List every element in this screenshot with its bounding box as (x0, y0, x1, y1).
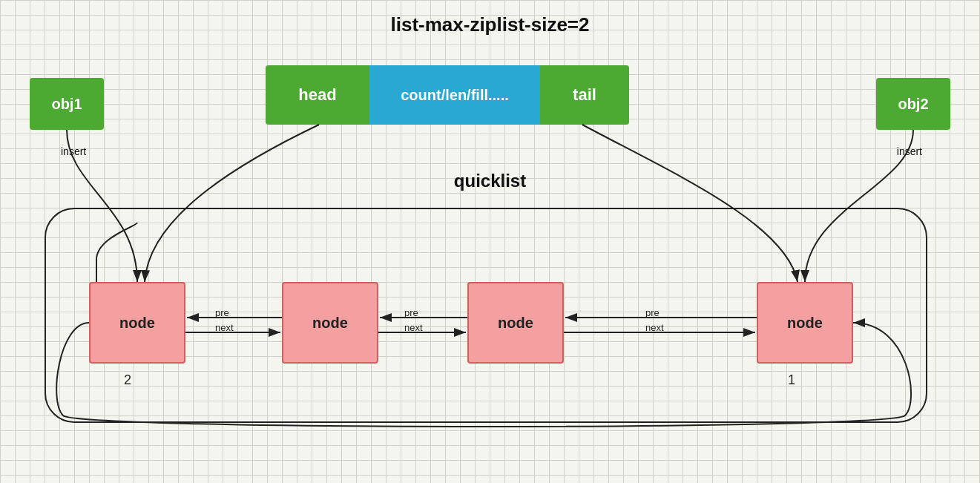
node-box-3: node (467, 282, 564, 364)
diagram-container: list-max-ziplist-size=2 head count/len/f… (0, 0, 980, 483)
node1-sublabel: 2 (124, 372, 131, 388)
count-section: count/len/fill..... (369, 65, 540, 125)
insert-right-label: insert (897, 145, 922, 157)
obj1-box: obj1 (30, 78, 104, 130)
diagram-title: list-max-ziplist-size=2 (390, 13, 589, 36)
tail-section: tail (540, 65, 629, 125)
header-bar: head count/len/fill..... tail (266, 65, 629, 125)
node-box-1: node (89, 282, 185, 364)
node-box-4: node (757, 282, 853, 364)
node-box-2: node (282, 282, 378, 364)
head-section: head (266, 65, 369, 125)
quicklist-label: quicklist (454, 171, 526, 191)
next-label-1: next (215, 322, 234, 333)
pre-label-2: pre (404, 307, 418, 318)
next-label-3: next (645, 322, 664, 333)
insert-left-label: insert (61, 145, 86, 157)
node4-sublabel: 1 (788, 372, 795, 388)
next-label-2: next (404, 322, 423, 333)
obj2-box: obj2 (876, 78, 950, 130)
pre-label-1: pre (215, 307, 229, 318)
pre-label-3: pre (645, 307, 660, 318)
